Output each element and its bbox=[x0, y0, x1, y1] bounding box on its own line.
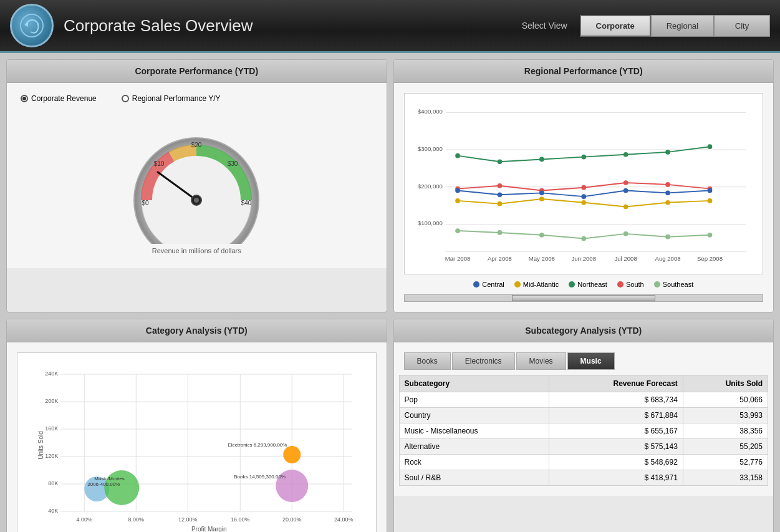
svg-text:$0: $0 bbox=[142, 200, 150, 206]
svg-text:Apr 2008: Apr 2008 bbox=[487, 255, 511, 262]
scrollbar-thumb[interactable] bbox=[512, 295, 655, 301]
svg-point-62 bbox=[707, 233, 712, 238]
svg-point-58 bbox=[539, 233, 544, 238]
svg-text:$400,000: $400,000 bbox=[417, 108, 442, 115]
svg-point-36 bbox=[497, 183, 502, 188]
svg-point-42 bbox=[455, 188, 460, 193]
svg-text:Jul 2008: Jul 2008 bbox=[614, 255, 637, 262]
svg-point-40 bbox=[665, 182, 670, 187]
view-btn-regional[interactable]: Regional bbox=[651, 15, 714, 37]
radio-dot-regional bbox=[122, 95, 129, 102]
tab-books[interactable]: Books bbox=[404, 352, 451, 370]
cell-revenue: $ 418,971 bbox=[549, 470, 683, 486]
svg-point-54 bbox=[665, 200, 670, 205]
radio-row: Corporate Revenue Regional Performance Y… bbox=[14, 90, 379, 107]
table-row: Music - Miscellaneous $ 655,167 38,356 bbox=[399, 423, 768, 439]
legend-dot-south bbox=[617, 281, 624, 288]
dashboard-grid: Corporate Performance (YTD) Corporate Re… bbox=[6, 59, 774, 532]
table-row: Alternative $ 575,143 55,205 bbox=[399, 439, 768, 455]
cell-revenue: $ 575,143 bbox=[549, 439, 683, 455]
svg-marker-1 bbox=[24, 22, 28, 27]
svg-text:160K: 160K bbox=[45, 425, 58, 432]
tab-electronics[interactable]: Electronics bbox=[452, 352, 515, 370]
legend-dot-midatlantic bbox=[514, 281, 521, 288]
svg-text:2006-400.00%: 2006-400.00% bbox=[87, 481, 120, 487]
svg-point-45 bbox=[581, 194, 586, 199]
bubble-chart-svg: Units Sold 240K 200K 160K 120K 80K 40K bbox=[22, 358, 371, 532]
svg-point-33 bbox=[665, 150, 670, 155]
subcategory-tabs: Books Electronics Movies Music bbox=[399, 347, 769, 370]
view-btn-city[interactable]: City bbox=[714, 15, 770, 37]
cell-subcategory: Rock bbox=[399, 455, 549, 470]
svg-point-28 bbox=[455, 153, 460, 158]
svg-text:$40: $40 bbox=[241, 200, 252, 206]
svg-text:$10: $10 bbox=[154, 160, 165, 167]
radio-regional-performance[interactable]: Regional Performance Y/Y bbox=[122, 94, 221, 103]
svg-point-34 bbox=[707, 144, 712, 149]
svg-text:Jun 2008: Jun 2008 bbox=[571, 255, 596, 262]
svg-point-0 bbox=[21, 14, 43, 37]
tab-music[interactable]: Music bbox=[567, 352, 615, 370]
svg-point-52 bbox=[581, 200, 586, 205]
svg-point-30 bbox=[539, 157, 544, 162]
svg-text:8.00%: 8.00% bbox=[128, 516, 144, 523]
regional-performance-title: Regional Performance (YTD) bbox=[394, 60, 774, 83]
regional-performance-body: $400,000 $300,000 $200,000 $100,000 Mar … bbox=[394, 83, 774, 312]
subcategory-table: Subcategory Revenue Forecast Units Sold … bbox=[399, 375, 769, 486]
subcategory-analysis-panel: Subcategory Analysis (YTD) Books Electro… bbox=[393, 319, 774, 532]
view-btn-corporate[interactable]: Corporate bbox=[580, 15, 651, 37]
cell-units: 50,066 bbox=[683, 392, 768, 408]
category-analysis-panel: Category Analysis (YTD) Units Sold 240K … bbox=[6, 319, 387, 532]
chart-scrollbar[interactable] bbox=[404, 294, 764, 302]
svg-text:$20: $20 bbox=[191, 142, 202, 148]
cell-subcategory: Pop bbox=[399, 392, 549, 408]
regional-chart-area: $400,000 $300,000 $200,000 $100,000 Mar … bbox=[404, 93, 764, 274]
subcategory-analysis-body: Books Electronics Movies Music Subcatego… bbox=[394, 342, 774, 496]
svg-text:80K: 80K bbox=[48, 480, 58, 486]
tab-movies[interactable]: Movies bbox=[516, 352, 566, 370]
svg-point-44 bbox=[539, 191, 544, 196]
main-content: Corporate Performance (YTD) Corporate Re… bbox=[0, 53, 780, 532]
svg-text:Sep 2008: Sep 2008 bbox=[696, 255, 722, 262]
cell-subcategory: Music - Miscellaneous bbox=[399, 423, 549, 439]
svg-text:40K: 40K bbox=[48, 508, 58, 514]
col-revenue: Revenue Forecast bbox=[549, 375, 683, 392]
svg-point-47 bbox=[665, 191, 670, 196]
legend-dot-central bbox=[473, 281, 479, 288]
radio-label-corporate: Corporate Revenue bbox=[31, 94, 97, 103]
cell-subcategory: Alternative bbox=[399, 439, 549, 455]
svg-point-56 bbox=[455, 228, 460, 233]
radio-corporate-revenue[interactable]: Corporate Revenue bbox=[21, 94, 97, 103]
select-view-label: Select View bbox=[522, 21, 567, 31]
view-button-group: Corporate Regional City bbox=[580, 15, 770, 37]
cell-units: 33,158 bbox=[683, 470, 768, 486]
svg-point-59 bbox=[581, 236, 586, 241]
table-row: Rock $ 548,692 52,776 bbox=[399, 455, 768, 470]
col-units: Units Sold bbox=[683, 375, 768, 392]
svg-point-48 bbox=[707, 188, 712, 193]
table-row: Pop $ 683,734 50,066 bbox=[399, 392, 768, 408]
legend-label-midatlantic: Mid-Atlantic bbox=[523, 281, 559, 288]
table-row: Country $ 671,884 53,993 bbox=[399, 408, 768, 423]
svg-point-38 bbox=[581, 185, 586, 190]
radio-dot-corporate bbox=[21, 95, 28, 102]
table-row: Soul / R&B $ 418,971 33,158 bbox=[399, 470, 768, 486]
svg-text:Music/Movies: Music/Movies bbox=[94, 476, 124, 481]
regional-performance-panel: Regional Performance (YTD) $400,000 $300… bbox=[393, 59, 774, 312]
svg-text:20.00%: 20.00% bbox=[282, 516, 302, 523]
svg-point-46 bbox=[623, 188, 628, 193]
cell-units: 55,205 bbox=[683, 439, 768, 455]
page-title: Corporate Sales Overview bbox=[64, 16, 522, 36]
svg-point-51 bbox=[539, 196, 544, 201]
cell-subcategory: Country bbox=[399, 408, 549, 423]
bubble-electronics bbox=[283, 446, 301, 463]
svg-point-32 bbox=[623, 152, 628, 157]
legend-dot-northeast bbox=[569, 281, 575, 288]
svg-text:240K: 240K bbox=[45, 370, 58, 377]
svg-text:$300,000: $300,000 bbox=[417, 145, 442, 152]
svg-point-49 bbox=[455, 198, 460, 203]
svg-point-29 bbox=[497, 159, 502, 164]
svg-text:Books 14,509,300.00%: Books 14,509,300.00% bbox=[234, 474, 286, 480]
svg-point-53 bbox=[623, 205, 628, 210]
svg-point-55 bbox=[707, 198, 712, 203]
